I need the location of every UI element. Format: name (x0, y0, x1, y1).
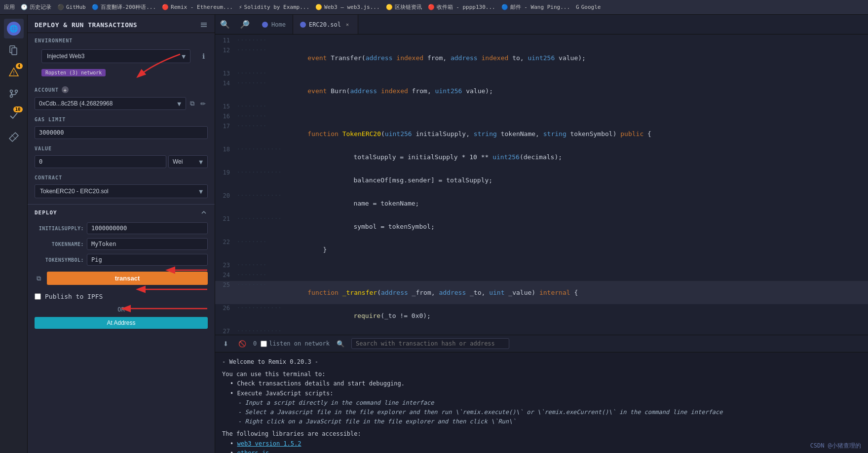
listen-count: 0 (253, 340, 257, 347)
gas-limit-label: GAS LIMIT (28, 112, 215, 124)
sidebar-item-git[interactable] (4, 84, 24, 104)
search-btn[interactable]: 🔍 (215, 15, 235, 34)
environment-info-btn[interactable]: ℹ (199, 51, 208, 61)
tool-icon (8, 132, 19, 142)
tokenname-label: TOKENNAME: (35, 242, 84, 247)
browser-apps[interactable]: 应用 (4, 3, 15, 11)
terminal-search-input[interactable] (351, 338, 509, 349)
file-tab-icon (300, 22, 306, 28)
left-panel: DEPLOY & RUN TRANSACTIONS ENVIRONMENT In… (28, 15, 215, 453)
transact-copy-btn[interactable]: ⧉ (35, 274, 43, 283)
terminal-lib-1: • web3 version 1.5.2 (230, 439, 861, 449)
listen-checkbox[interactable] (261, 341, 267, 347)
terminal-use-info: You can use this terminal to: (222, 370, 861, 379)
terminal-sub-bullet-2: - Select a Javascript file in the file e… (238, 408, 861, 417)
value-unit-select[interactable]: Wei Gwei Finney Ether (168, 155, 208, 168)
ropsten-badge-wrapper: Ropsten (3) network (28, 67, 215, 81)
terminal-ban-btn[interactable]: 🚫 (235, 339, 249, 348)
tokenname-input[interactable] (87, 238, 208, 250)
tab-close-btn[interactable]: ✕ (344, 21, 351, 28)
svg-point-12 (262, 22, 268, 28)
browser-github[interactable]: ⚫GitHub (57, 4, 86, 10)
tokenname-row: TOKENNAME: (28, 236, 215, 252)
browser-solidity[interactable]: ⚡Solidity by Examp... (239, 4, 309, 10)
code-line-21: 21 ············ symbol = tokenSymbol; (215, 215, 868, 238)
browser-history[interactable]: 🕐历史记录 (21, 3, 51, 11)
warning-badge: 4 (16, 63, 23, 69)
value-input[interactable] (35, 155, 166, 168)
sidebar-item-check[interactable]: 10 (4, 105, 24, 125)
code-line-18: 18 ············ totalSupply = initialSup… (215, 145, 868, 169)
browser-bar: 应用 🕐历史记录 ⚫GitHub 🔵百度翻译-200种语... 🔴Remix -… (0, 0, 868, 15)
code-line-15: 15 ········ (215, 103, 868, 112)
contract-label: CONTRACT (28, 170, 215, 182)
sidebar-item-warning[interactable]: ! 4 (4, 62, 24, 82)
sidebar-item-tool[interactable] (4, 127, 24, 147)
home-icon (262, 21, 268, 28)
code-line-25: 25 ········ function _transfer(address _… (215, 281, 868, 304)
code-line-17: 17 ········ function TokenERC20(uint256 … (215, 122, 868, 145)
terminal-sub-bullet-1: - Input a script directly in the command… (238, 398, 861, 408)
terminal-search-btn[interactable]: 🔍 (334, 339, 347, 348)
check-badge: 10 (13, 106, 23, 112)
code-line-13: 13 ········ (215, 70, 868, 79)
browser-mail[interactable]: 🔵邮件 - Wang Ping... (501, 3, 570, 11)
panel-header: DEPLOY & RUN TRANSACTIONS (28, 15, 215, 33)
browser-web3[interactable]: 🟡Web3 — web3.js... (315, 4, 380, 10)
gas-limit-input[interactable] (35, 126, 208, 139)
code-line-16: 16 ········ (215, 112, 868, 122)
code-line-14: 14 ········ event Burn(address indexed f… (215, 79, 868, 103)
terminal-lib-link-2[interactable]: ethers.js (237, 450, 269, 453)
tokensymbol-label: TOKENSYMBOL: (35, 257, 84, 263)
browser-inbox[interactable]: 🔴收件箱 - pppp130... (428, 3, 495, 11)
code-editor: 11 ········ 12 ········ event Transfer(a… (215, 35, 868, 335)
terminal-lib-2: • ethers.js (230, 449, 861, 453)
initialsupply-input[interactable] (87, 222, 208, 234)
account-edit-btn[interactable]: ✏ (198, 99, 208, 108)
file-tab[interactable]: ERC20.sol ✕ (293, 15, 358, 34)
code-line-22: 22 ········ } (215, 238, 868, 261)
publish-ipfs-label: Publish to IPFS (45, 293, 103, 300)
tokensymbol-input[interactable] (87, 254, 208, 266)
account-label: ACCOUNT + (28, 81, 215, 95)
account-copy-btn[interactable]: ⧉ (188, 99, 196, 108)
code-line-24: 24 ········ (215, 271, 868, 281)
value-unit-wrapper: Wei Gwei Finney Ether ▼ (168, 155, 208, 168)
terminal-lib-link-1[interactable]: web3 version 1.5.2 (237, 440, 301, 447)
browser-remix[interactable]: 🔴Remix - Ethereum... (162, 4, 233, 10)
tokensymbol-row: TOKENSYMBOL: (28, 252, 215, 268)
browser-google[interactable]: GGoogle (576, 4, 601, 10)
transact-row: ⧉ transact (28, 268, 215, 289)
at-address-button[interactable]: At Address (35, 317, 208, 329)
browser-blockchain[interactable]: 🟡区块链资讯 (386, 3, 422, 11)
code-line-27: 27 ············ require(balanceOf[_from]… (215, 327, 868, 335)
deploy-collapse-icon (200, 209, 208, 216)
publish-ipfs-checkbox[interactable] (35, 293, 41, 300)
environment-label: ENVIRONMENT (28, 33, 215, 45)
svg-rect-9 (201, 23, 207, 24)
code-line-12: 12 ········ event Transfer(address index… (215, 46, 868, 70)
browser-translate[interactable]: 🔵百度翻译-200种语... (92, 3, 156, 11)
svg-point-6 (10, 95, 12, 98)
transact-button[interactable]: transact (47, 272, 208, 285)
sidebar-item-files[interactable] (4, 40, 24, 60)
terminal-content: - Welcome to Remix 0.20.3 - You can use … (215, 352, 868, 453)
ropsten-badge: Ropsten (3) network (41, 69, 106, 76)
code-line-23: 23 ········ (215, 261, 868, 271)
contract-select-wrapper: TokenERC20 - ERC20.sol ▼ (35, 184, 208, 198)
environment-select[interactable]: Injected Web3 JavaScript VM Web3 Provide… (41, 49, 190, 63)
home-tab[interactable]: Home (255, 15, 293, 34)
terminal-down-btn[interactable]: ⬇ (220, 339, 231, 348)
terminal-toolbar: ⬇ 🚫 0 listen on network 🔍 (215, 335, 868, 352)
menu-icon[interactable] (200, 21, 208, 29)
deploy-header[interactable]: DEPLOY (28, 205, 215, 220)
svg-line-8 (11, 135, 16, 139)
contract-select[interactable]: TokenERC20 - ERC20.sol (35, 184, 208, 198)
editor-area: 🔍 🔎 Home ERC20.sol ✕ 11 ········ 12 (215, 15, 868, 453)
zoom-btn[interactable]: 🔎 (235, 15, 255, 34)
account-select[interactable]: 0xCdb...8c25B (4.26829968 (35, 97, 186, 110)
listen-checkbox-label: listen on network (261, 340, 330, 347)
account-add-btn[interactable]: + (62, 86, 69, 93)
initialsupply-label: INITIALSUPPLY: (35, 226, 84, 231)
sidebar-item-deploy[interactable]: 🌐 (4, 19, 24, 38)
